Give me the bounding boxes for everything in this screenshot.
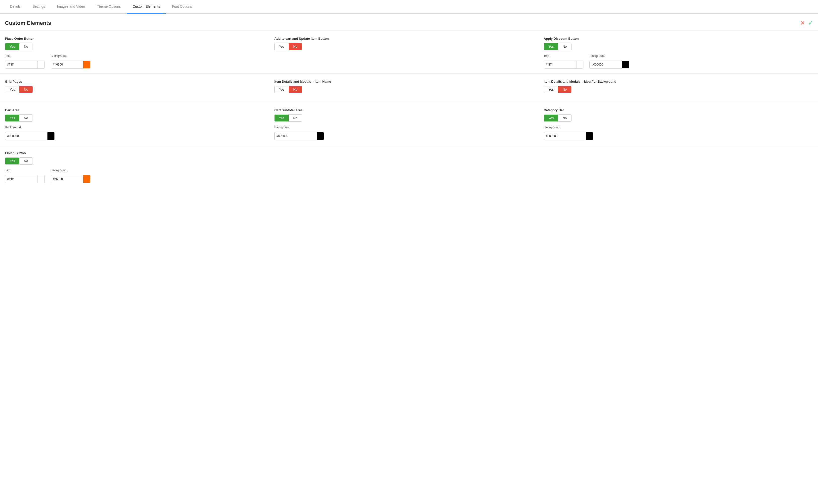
add-to-cart-no[interactable]: No: [289, 43, 302, 50]
category-bar-bg-label: Background: [544, 126, 803, 129]
finish-button-bg-label: Background: [51, 169, 90, 172]
cart-area-bg-input[interactable]: [5, 133, 47, 139]
section-cart-areas: Cart Area Yes No Background Cart Subtota…: [0, 102, 818, 145]
cart-area-bg-label: Background: [5, 126, 265, 129]
grid-pages-yes[interactable]: Yes: [5, 86, 19, 93]
place-order-toggle: Yes No: [5, 43, 33, 50]
apply-discount-bg-input[interactable]: [589, 61, 622, 68]
cart-subtotal-bg-row: [274, 132, 324, 140]
header-actions: ✕ ✓: [800, 20, 813, 27]
cart-subtotal-toggle: Yes No: [274, 114, 302, 122]
place-order-bg-swatch[interactable]: [83, 61, 90, 68]
item-details-modifier-no[interactable]: No: [558, 86, 571, 93]
finish-button-text-input-row: [5, 175, 45, 183]
finish-button-bg-input-row: [51, 175, 90, 183]
finish-button-toggle: Yes No: [5, 157, 33, 165]
item-details-name-no[interactable]: No: [289, 86, 302, 93]
finish-button-bg-swatch[interactable]: [83, 175, 90, 183]
finish-button-text-group: Text: [5, 169, 45, 183]
cart-area-col: Cart Area Yes No Background: [5, 108, 274, 140]
finish-button-bg-group: Background: [51, 169, 90, 183]
item-details-modifier-yes[interactable]: Yes: [544, 86, 558, 93]
confirm-icon[interactable]: ✓: [808, 20, 813, 27]
finish-button-text-swatch[interactable]: [37, 175, 44, 183]
add-to-cart-toggle: Yes No: [274, 43, 302, 50]
place-order-no[interactable]: No: [19, 43, 33, 50]
tab-bar: Details Settings Images and Video Theme …: [0, 0, 818, 14]
cart-area-bg-group: Background: [5, 126, 265, 140]
finish-button-text-label: Text: [5, 169, 45, 172]
tab-font-options[interactable]: Font Options: [166, 0, 198, 14]
tab-details[interactable]: Details: [4, 0, 27, 14]
add-to-cart-yes[interactable]: Yes: [275, 43, 289, 50]
apply-discount-text-group: Text: [544, 54, 583, 69]
category-bar-col: Category Bar Yes No Background: [544, 108, 813, 140]
category-bar-bg-row: [544, 132, 593, 140]
item-details-modifier-toggle: Yes No: [544, 86, 571, 93]
cart-area-bg-row: [5, 132, 55, 140]
item-details-modifier-label: Item Details and Modals – Modifier Backg…: [544, 80, 803, 83]
cart-subtotal-bg-swatch[interactable]: [317, 132, 324, 140]
item-details-name-label: Item Details and Modals – Item Name: [274, 80, 534, 83]
tab-custom-elements[interactable]: Custom Elements: [127, 0, 166, 14]
apply-discount-col: Apply Discount Button Yes No Text Backgr…: [544, 37, 813, 69]
category-bar-bg-swatch[interactable]: [586, 132, 593, 140]
cart-subtotal-bg-input[interactable]: [275, 133, 317, 139]
section-order-buttons: Place Order Button Yes No Text Backgroun…: [0, 31, 818, 74]
finish-button-col: Finish Button Yes No Text Background: [5, 151, 274, 183]
add-to-cart-col: Add to cart and Update Item Button Yes N…: [274, 37, 544, 69]
place-order-text-label: Text: [5, 54, 45, 58]
cart-area-no[interactable]: No: [19, 115, 33, 121]
category-bar-no[interactable]: No: [558, 115, 571, 121]
place-order-bg-input-row: [51, 61, 90, 69]
finish-button-no[interactable]: No: [19, 158, 33, 164]
item-details-name-yes[interactable]: Yes: [275, 86, 289, 93]
tab-settings[interactable]: Settings: [27, 0, 51, 14]
finish-button-empty-col-3: [544, 151, 813, 183]
grid-pages-no[interactable]: No: [19, 86, 33, 93]
category-bar-bg-input[interactable]: [544, 133, 586, 139]
apply-discount-text-input-row: [544, 61, 583, 69]
grid-pages-toggle: Yes No: [5, 86, 33, 93]
apply-discount-toggle: Yes No: [544, 43, 571, 50]
place-order-col: Place Order Button Yes No Text Backgroun…: [5, 37, 274, 69]
finish-button-yes[interactable]: Yes: [5, 158, 19, 164]
page-title: Custom Elements: [5, 20, 51, 26]
finish-button-text-input[interactable]: [5, 176, 37, 182]
place-order-text-swatch[interactable]: [37, 61, 44, 68]
item-details-name-toggle: Yes No: [274, 86, 302, 93]
apply-discount-bg-swatch[interactable]: [622, 61, 629, 68]
tab-theme-options[interactable]: Theme Options: [91, 0, 127, 14]
apply-discount-bg-input-row: [589, 61, 629, 69]
cart-area-yes[interactable]: Yes: [5, 115, 19, 121]
finish-button-bg-input[interactable]: [51, 176, 83, 182]
item-details-modifier-col: Item Details and Modals – Modifier Backg…: [544, 80, 813, 97]
place-order-bg-label: Background: [51, 54, 90, 58]
apply-discount-text-input[interactable]: [544, 61, 576, 68]
place-order-bg-input[interactable]: [51, 61, 83, 68]
apply-discount-color-fields: Text Background: [544, 54, 803, 69]
place-order-text-group: Text: [5, 54, 45, 69]
apply-discount-text-label: Text: [544, 54, 583, 58]
place-order-bg-group: Background: [51, 54, 90, 69]
apply-discount-no[interactable]: No: [558, 43, 571, 50]
cart-subtotal-yes[interactable]: Yes: [275, 115, 289, 121]
tab-images-video[interactable]: Images and Video: [51, 0, 91, 14]
apply-discount-bg-label: Background: [589, 54, 629, 58]
cart-subtotal-bg-group: Background: [274, 126, 534, 140]
page-header: Custom Elements ✕ ✓: [0, 14, 818, 31]
cart-subtotal-no[interactable]: No: [289, 115, 302, 121]
place-order-text-input[interactable]: [5, 61, 37, 68]
apply-discount-label: Apply Discount Button: [544, 37, 803, 40]
cancel-icon[interactable]: ✕: [800, 20, 805, 27]
section-finish-button: Finish Button Yes No Text Background: [0, 145, 818, 188]
cart-subtotal-label: Cart Subtotal Area: [274, 108, 534, 112]
cart-area-bg-swatch[interactable]: [47, 132, 54, 140]
apply-discount-text-swatch[interactable]: [576, 61, 583, 68]
cart-area-label: Cart Area: [5, 108, 265, 112]
item-details-name-col: Item Details and Modals – Item Name Yes …: [274, 80, 544, 97]
place-order-yes[interactable]: Yes: [5, 43, 19, 50]
finish-button-label: Finish Button: [5, 151, 265, 155]
apply-discount-yes[interactable]: Yes: [544, 43, 558, 50]
category-bar-yes[interactable]: Yes: [544, 115, 558, 121]
